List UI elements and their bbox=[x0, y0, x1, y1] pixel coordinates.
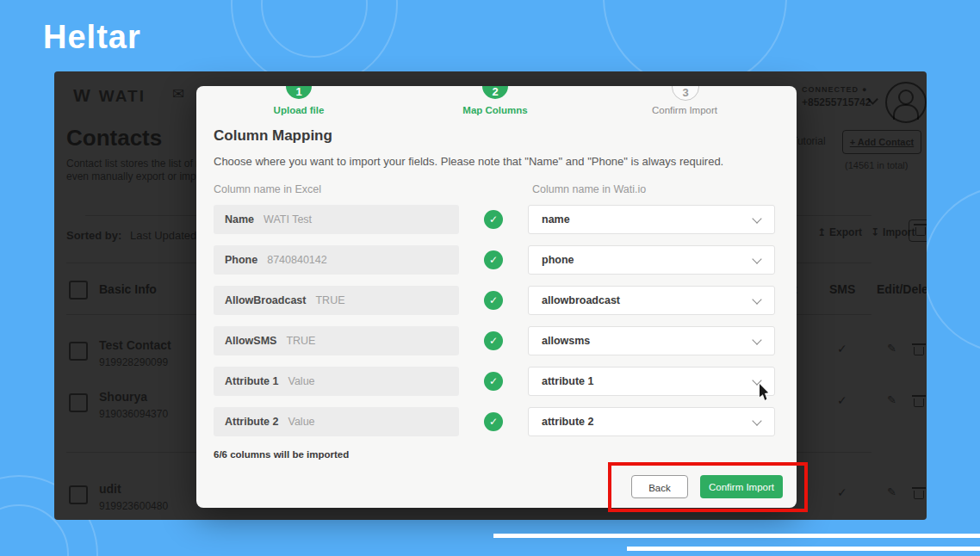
delete-trash-icon[interactable] bbox=[914, 343, 924, 359]
check-glyph: ✓ bbox=[489, 375, 498, 387]
check-glyph: ✓ bbox=[489, 254, 498, 266]
excel-column-value: Value bbox=[288, 416, 315, 428]
mapping-valid-check-icon: ✓ bbox=[484, 210, 503, 229]
connected-phone-number: +85255715742 bbox=[802, 96, 871, 108]
contact-name: udit bbox=[99, 482, 121, 496]
column-header-basic-info: Basic Info bbox=[99, 282, 157, 296]
contact-name: Shourya bbox=[99, 390, 147, 404]
excel-column-value: TRUE bbox=[315, 294, 344, 306]
column-mapping-modal: 1 Upload file 2 Map Columns 3 Confirm Im… bbox=[196, 86, 797, 508]
column-header-edit-delete: Edit/Delete bbox=[877, 282, 927, 296]
excel-column-header: Column name in Excel bbox=[214, 183, 321, 195]
export-button[interactable]: ↥Export bbox=[817, 226, 862, 238]
decorative-ring bbox=[923, 186, 980, 353]
connected-label: CONNECTED bbox=[802, 85, 859, 94]
trash-icon bbox=[914, 491, 924, 499]
delete-trash-icon[interactable] bbox=[914, 487, 924, 503]
trash-icon bbox=[914, 398, 924, 407]
row-checkbox[interactable] bbox=[69, 485, 88, 504]
heltar-logo: Heltar bbox=[43, 19, 141, 56]
wati-logo-text: WATI bbox=[99, 87, 146, 105]
info-dot-icon: ● bbox=[862, 85, 867, 94]
wati-column-dropdown[interactable]: phone bbox=[528, 245, 775, 275]
excel-column-field: Attribute 1 Value bbox=[214, 367, 459, 396]
mapping-row: Phone 8740840142 ✓ phone bbox=[214, 245, 775, 275]
column-header-sms: SMS bbox=[829, 282, 855, 296]
decorative-ring bbox=[261, 0, 368, 58]
excel-column-value: Value bbox=[288, 375, 315, 387]
check-glyph: ✓ bbox=[489, 213, 498, 225]
excel-column-label: Attribute 1 bbox=[225, 375, 279, 387]
step-2-label: Map Columns bbox=[443, 105, 547, 115]
bulk-delete-button[interactable] bbox=[909, 219, 927, 242]
wati-column-dropdown[interactable]: attribute 1 bbox=[528, 367, 775, 396]
mapping-row: AllowSMS TRUE ✓ allowsms bbox=[214, 326, 775, 355]
wati-column-dropdown[interactable]: attribute 2 bbox=[528, 407, 775, 436]
modal-description: Choose where you want to import your fie… bbox=[214, 155, 723, 168]
add-contact-button[interactable]: + Add Contact bbox=[842, 130, 921, 154]
wati-column-value: attribute 1 bbox=[542, 375, 593, 387]
sms-check-icon: ✓ bbox=[837, 485, 847, 499]
contacts-page-title: Contacts bbox=[66, 125, 162, 151]
edit-pencil-icon[interactable]: ✎ bbox=[887, 393, 896, 406]
sms-check-icon: ✓ bbox=[837, 342, 847, 355]
sms-check-icon: ✓ bbox=[837, 393, 847, 407]
export-icon: ↥ bbox=[817, 226, 826, 238]
select-all-checkbox[interactable] bbox=[69, 281, 88, 300]
sorted-by-label: Sorted by: bbox=[66, 229, 121, 242]
wati-column-dropdown[interactable]: name bbox=[528, 205, 775, 234]
inbox-envelope-icon[interactable]: ✉ bbox=[172, 85, 184, 103]
step-1-label: Upload file bbox=[247, 105, 350, 115]
wati-column-dropdown[interactable]: allowsms bbox=[528, 326, 775, 355]
edit-pencil-icon[interactable]: ✎ bbox=[887, 342, 896, 355]
chevron-down-icon bbox=[752, 335, 761, 344]
wati-column-value: allowbroadcast bbox=[542, 294, 620, 306]
contacts-description-line2: even manually export or import bbox=[66, 170, 208, 182]
check-glyph: ✓ bbox=[489, 294, 498, 306]
excel-column-label: AllowSMS bbox=[225, 335, 276, 347]
wati-column-dropdown[interactable]: allowbroadcast bbox=[528, 286, 775, 315]
excel-column-field: Attribute 2 Value bbox=[214, 407, 459, 436]
export-label: Export bbox=[829, 226, 862, 238]
chevron-down-icon bbox=[752, 416, 761, 425]
contacts-description-line1: Contact list stores the list of num bbox=[66, 158, 215, 170]
contact-phone: 919036094370 bbox=[99, 408, 168, 420]
excel-column-value: WATI Test bbox=[264, 213, 312, 225]
chevron-down-icon bbox=[752, 213, 761, 223]
row-checkbox[interactable] bbox=[69, 342, 88, 361]
check-glyph: ✓ bbox=[489, 416, 498, 428]
underline-bar bbox=[493, 534, 980, 538]
excel-column-label: AllowBroadcast bbox=[225, 294, 306, 306]
wati-logo: WWATI bbox=[73, 85, 146, 106]
mapping-valid-check-icon: ✓ bbox=[484, 372, 503, 391]
mapping-rows: Name WATI Test ✓ name Phone 8740840142 ✓… bbox=[214, 205, 775, 448]
chevron-down-icon bbox=[752, 294, 761, 304]
mapping-valid-check-icon: ✓ bbox=[484, 250, 503, 269]
sorted-by-dropdown[interactable]: Last Updated bbox=[130, 229, 196, 242]
excel-column-field: AllowSMS TRUE bbox=[214, 326, 459, 355]
wati-column-value: phone bbox=[542, 254, 574, 266]
user-avatar[interactable] bbox=[885, 82, 927, 123]
mapping-row: Name WATI Test ✓ name bbox=[214, 205, 775, 234]
edit-pencil-icon[interactable]: ✎ bbox=[887, 485, 896, 498]
wati-logo-icon: W bbox=[73, 85, 90, 105]
trash-icon bbox=[914, 347, 924, 355]
delete-trash-icon[interactable] bbox=[914, 395, 924, 411]
step-2-circle: 2 bbox=[482, 86, 508, 99]
mapping-valid-check-icon: ✓ bbox=[484, 412, 503, 431]
highlight-box bbox=[608, 462, 808, 512]
row-checkbox[interactable] bbox=[69, 393, 88, 412]
excel-column-field: Phone 8740840142 bbox=[214, 245, 459, 275]
check-glyph: ✓ bbox=[489, 335, 498, 347]
mapping-row: Attribute 1 Value ✓ attribute 1 bbox=[214, 367, 775, 396]
chevron-down-icon bbox=[752, 375, 761, 385]
excel-column-label: Name bbox=[225, 213, 254, 225]
mapping-valid-check-icon: ✓ bbox=[484, 291, 503, 310]
excel-column-value: TRUE bbox=[286, 335, 315, 347]
chevron-down-icon bbox=[752, 254, 761, 263]
page-background: Heltar WWATI ✉ CONNECTED● +85255715742 C… bbox=[0, 0, 980, 556]
mapping-valid-check-icon: ✓ bbox=[484, 331, 503, 350]
contact-phone: 919923600480 bbox=[99, 500, 168, 512]
wati-column-value: attribute 2 bbox=[542, 416, 593, 428]
contact-name: Test Contact bbox=[99, 338, 171, 352]
